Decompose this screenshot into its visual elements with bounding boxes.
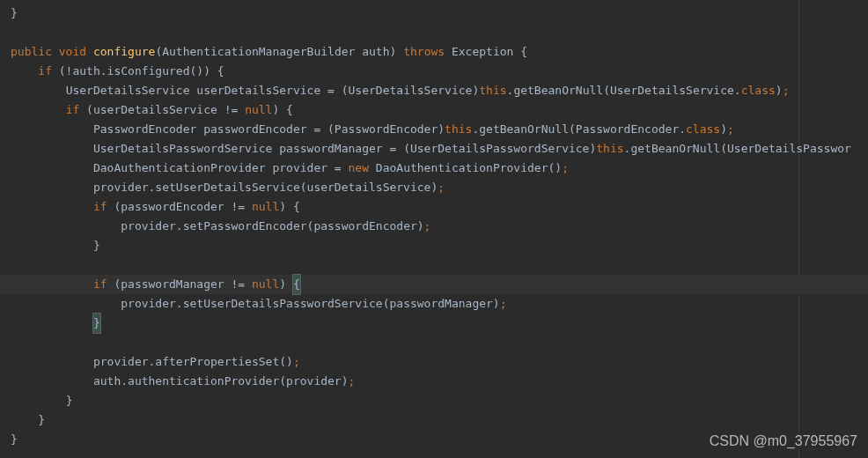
semicolon: ;	[424, 219, 431, 233]
keyword-throws: throws	[403, 45, 445, 58]
brace-close: }	[38, 413, 45, 426]
type: DaoAuthenticationProvider	[93, 161, 266, 174]
paren-close: )	[390, 45, 397, 58]
code-line[interactable]: }	[0, 391, 868, 410]
code-line[interactable]	[0, 255, 868, 275]
paren-close: )	[720, 122, 727, 136]
keyword-public: public	[11, 45, 52, 58]
keyword-class: class	[741, 84, 776, 97]
semicolon: ;	[500, 297, 507, 310]
var-init: passwordManager = (UserDetailsPasswordSe…	[272, 142, 596, 155]
method-call: .getBeanOrNull(UserDetailsPasswor	[624, 142, 851, 155]
keyword-if: if	[38, 64, 52, 78]
code-line[interactable]: if (userDetailsService != null) {	[0, 100, 868, 120]
statement: provider.setUserDetailsPasswordService(p…	[121, 297, 499, 310]
keyword-void: void	[59, 45, 86, 58]
keyword-new: new	[349, 161, 369, 174]
brace-close-matched: }	[92, 313, 101, 334]
condition: (!auth.isConfigured()) {	[52, 64, 224, 78]
statement: provider.afterPropertiesSet()	[93, 355, 293, 368]
condition-post: ) {	[272, 103, 292, 116]
keyword-this: this	[445, 122, 472, 136]
semicolon: ;	[783, 84, 790, 97]
var-init: passwordEncoder = (PasswordEncoder)	[196, 122, 445, 136]
code-line[interactable]: provider.afterPropertiesSet();	[0, 352, 868, 372]
code-line[interactable]: if (passwordEncoder != null) {	[0, 197, 868, 217]
keyword-if: if	[93, 277, 107, 291]
type: UserDetailsPasswordService	[93, 142, 273, 155]
semicolon: ;	[562, 161, 569, 174]
paren-close: )	[776, 84, 783, 97]
semicolon: ;	[293, 355, 300, 368]
param-type: AuthenticationManagerBuilder	[162, 45, 355, 58]
var-init: userDetailsService = (UserDetailsService…	[190, 84, 480, 97]
brace-open: {	[513, 45, 527, 58]
code-line[interactable]: }	[0, 4, 868, 23]
statement: provider.setPasswordEncoder(passwordEnco…	[121, 219, 423, 233]
code-line[interactable]: }	[0, 410, 868, 430]
brace-close: }	[93, 239, 100, 252]
semicolon: ;	[349, 374, 356, 388]
keyword-null: null	[245, 103, 272, 116]
code-line[interactable]: }	[0, 236, 868, 255]
code-editor[interactable]: } public void configure(AuthenticationMa…	[0, 0, 868, 458]
brace-close: }	[11, 6, 18, 19]
method-call: .getBeanOrNull(PasswordEncoder.	[472, 122, 686, 136]
code-line[interactable]	[0, 23, 868, 42]
code-line[interactable]: auth.authenticationProvider(provider);	[0, 372, 868, 391]
keyword-this: this	[596, 142, 623, 155]
condition-pre: (passwordEncoder !=	[107, 200, 252, 213]
code-line[interactable]: PasswordEncoder passwordEncoder = (Passw…	[0, 120, 868, 139]
code-line[interactable]: provider.setUserDetailsService(userDetai…	[0, 178, 868, 197]
method-call: .getBeanOrNull(UserDetailsService.	[507, 84, 741, 97]
csdn-watermark: CSDN @m0_37955967	[710, 432, 857, 451]
type: PasswordEncoder	[93, 122, 196, 136]
condition-pre: (userDetailsService !=	[79, 103, 245, 116]
condition-pre: (passwordManager !=	[107, 277, 252, 291]
method-name: configure	[93, 45, 155, 58]
param-name: auth	[362, 45, 389, 58]
code-line[interactable]: provider.setUserDetailsPasswordService(p…	[0, 294, 868, 314]
code-line[interactable]: public void configure(AuthenticationMana…	[0, 42, 868, 62]
keyword-if: if	[66, 103, 80, 116]
code-line[interactable]: DaoAuthenticationProvider provider = new…	[0, 159, 868, 178]
code-line[interactable]: provider.setPasswordEncoder(passwordEnco…	[0, 217, 868, 236]
code-line[interactable]	[0, 333, 868, 352]
code-line[interactable]: UserDetailsService userDetailsService = …	[0, 81, 868, 100]
keyword-class: class	[686, 122, 720, 136]
statement: provider.setUserDetailsService(userDetai…	[93, 181, 438, 194]
keyword-null: null	[252, 277, 279, 291]
code-line[interactable]: if (!auth.isConfigured()) {	[0, 62, 868, 81]
keyword-if: if	[93, 200, 107, 213]
brace-open-matched: {	[292, 274, 301, 295]
statement: auth.authenticationProvider(provider)	[93, 374, 349, 388]
code-line-highlighted[interactable]: if (passwordManager != null) {	[0, 275, 868, 294]
brace-close: }	[11, 432, 18, 446]
type: UserDetailsService	[66, 84, 190, 97]
keyword-null: null	[252, 200, 279, 213]
keyword-this: this	[479, 84, 506, 97]
code-line[interactable]: }	[0, 314, 868, 333]
code-line[interactable]: UserDetailsPasswordService passwordManag…	[0, 139, 868, 159]
condition-post: ) {	[279, 200, 299, 213]
semicolon: ;	[727, 122, 734, 136]
semicolon: ;	[438, 181, 445, 194]
throws-type: Exception	[452, 45, 513, 58]
brace-close: }	[66, 394, 73, 407]
var-init: provider =	[266, 161, 349, 174]
condition-post: )	[279, 277, 293, 291]
constructor-call: DaoAuthenticationProvider()	[369, 161, 562, 174]
